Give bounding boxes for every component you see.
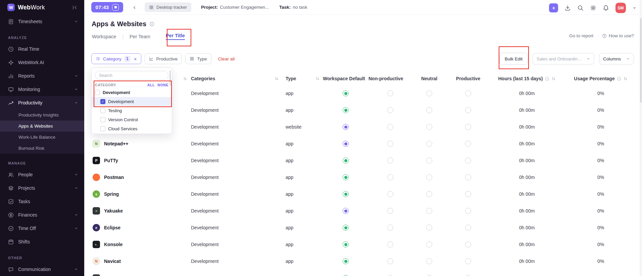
gear-icon[interactable] — [590, 5, 596, 11]
workspace-default-radio[interactable] — [343, 124, 349, 130]
stop-timer-button[interactable] — [112, 4, 119, 11]
non-productive-radio[interactable] — [387, 241, 393, 247]
category-option[interactable]: ✓Development — [92, 97, 172, 106]
neutral-radio[interactable] — [426, 157, 432, 164]
go-to-report-link[interactable]: Go to report — [569, 33, 593, 38]
non-productive-radio[interactable] — [387, 174, 393, 180]
select-all-link[interactable]: ALL — [147, 83, 155, 87]
sidebar-item-shifts[interactable]: Shifts — [0, 235, 84, 248]
sidebar-item-reports[interactable]: Reports — [0, 69, 84, 83]
info-icon[interactable] — [617, 77, 621, 81]
tab-workspace[interactable]: Workspace — [92, 34, 116, 39]
sidebar-item-time-off[interactable]: Time Off — [0, 222, 84, 235]
avatar[interactable]: SM — [615, 3, 626, 13]
non-productive-radio[interactable] — [387, 90, 393, 96]
neutral-radio[interactable] — [426, 107, 432, 113]
neutral-radio[interactable] — [426, 191, 432, 197]
chip-close-icon[interactable]: × — [134, 56, 137, 62]
neutral-radio[interactable] — [426, 90, 432, 96]
neutral-radio[interactable] — [426, 124, 432, 130]
window-scrollbar[interactable] — [640, 0, 642, 276]
workspace-default-radio[interactable] — [343, 225, 349, 231]
project-value[interactable]: Customer Engagemen... — [220, 5, 269, 10]
workspace-default-radio[interactable] — [343, 157, 349, 164]
bulk-edit-button[interactable]: Bulk Edit — [499, 53, 528, 65]
non-productive-radio[interactable] — [387, 124, 393, 130]
bell-icon[interactable] — [603, 5, 609, 11]
non-productive-radio[interactable] — [387, 107, 393, 113]
sidebar-item-productivity-insights[interactable]: Productivity Insights — [0, 109, 84, 121]
sort-icon[interactable] — [551, 77, 556, 81]
non-productive-radio[interactable] — [387, 208, 393, 214]
sort-icon[interactable] — [623, 77, 628, 81]
checkbox-icon[interactable] — [100, 126, 105, 131]
productive-radio[interactable] — [465, 107, 471, 113]
workspace-default-radio[interactable] — [343, 174, 349, 180]
info-icon[interactable] — [545, 77, 549, 81]
select-none-link[interactable]: NONE — [157, 83, 168, 87]
category-option[interactable]: Testing — [92, 106, 172, 115]
non-productive-radio[interactable] — [387, 191, 393, 197]
type-filter-chip[interactable]: Type — [185, 53, 211, 64]
dropdown-search-input[interactable] — [95, 71, 168, 80]
productive-radio[interactable] — [465, 141, 471, 147]
neutral-radio[interactable] — [426, 141, 432, 147]
tab-per-title[interactable]: Per Title — [166, 33, 185, 40]
task-value[interactable]: no task — [293, 5, 307, 10]
sidebar-item-finances[interactable]: Finances — [0, 208, 84, 222]
neutral-radio[interactable] — [426, 258, 432, 264]
download-icon[interactable] — [564, 5, 571, 11]
sidebar-item-apps-websites[interactable]: Apps & Websites — [0, 121, 84, 132]
sort-icon[interactable] — [183, 77, 187, 81]
productive-radio[interactable] — [465, 124, 471, 130]
sidebar-item-people[interactable]: People — [0, 168, 84, 181]
category-option[interactable]: Version Control — [92, 115, 172, 124]
category-option[interactable]: Cloud Services — [92, 124, 172, 133]
info-icon[interactable] — [149, 21, 154, 27]
sort-icon[interactable] — [315, 77, 320, 81]
non-productive-radio[interactable] — [387, 141, 393, 147]
neutral-radio[interactable] — [426, 174, 432, 180]
sidebar-item-tasks[interactable]: Tasks — [0, 195, 84, 208]
sidebar-item-work-life-balance[interactable]: Work-Life Balance — [0, 132, 84, 143]
workspace-default-radio[interactable] — [343, 241, 349, 247]
productive-filter-chip[interactable]: Productive — [145, 53, 182, 64]
productive-radio[interactable] — [465, 157, 471, 164]
checkbox-icon[interactable] — [100, 108, 105, 113]
sidebar-item-productivity[interactable]: Productivity — [0, 96, 84, 109]
sidebar-item-communication[interactable]: Communication — [0, 263, 84, 276]
columns-select[interactable]: Columns — [599, 53, 634, 64]
sidebar-item-monitoring[interactable]: Monitoring — [0, 83, 84, 96]
productive-radio[interactable] — [465, 174, 471, 180]
productive-radio[interactable] — [465, 241, 471, 247]
sidebar-item-projects[interactable]: Projects — [0, 181, 84, 195]
category-option[interactable]: Development — [92, 88, 172, 97]
productive-radio[interactable] — [465, 191, 471, 197]
team-select[interactable]: Sales and Onboarding... — [533, 53, 594, 64]
desktop-tracker-chip[interactable]: Desktop tracker — [145, 2, 191, 12]
collapse-sidebar-icon[interactable] — [72, 5, 78, 10]
sidebar-item-webwork-ai[interactable]: WebWork AI — [0, 56, 84, 69]
scrollbar-thumb[interactable] — [640, 18, 642, 103]
category-filter-chip[interactable]: Category 1 × — [91, 53, 141, 64]
how-to-use-link[interactable]: How to use? — [602, 33, 634, 38]
non-productive-radio[interactable] — [387, 258, 393, 264]
clear-all-link[interactable]: Clear all — [218, 56, 235, 61]
sort-icon[interactable] — [275, 77, 279, 81]
productive-radio[interactable] — [465, 208, 471, 214]
neutral-radio[interactable] — [426, 208, 432, 214]
timer-pill[interactable]: 07:43 — [91, 2, 123, 12]
neutral-radio[interactable] — [426, 241, 432, 247]
chevron-left-icon[interactable] — [132, 5, 137, 10]
workspace-default-radio[interactable] — [343, 208, 349, 214]
chevron-down-icon[interactable] — [632, 6, 637, 10]
productive-radio[interactable] — [465, 225, 471, 231]
search-icon[interactable] — [577, 5, 584, 11]
add-button[interactable] — [549, 3, 558, 12]
checkbox-icon[interactable] — [95, 90, 100, 95]
workspace-default-radio[interactable] — [343, 107, 349, 113]
workspace-default-radio[interactable] — [343, 258, 349, 264]
productive-radio[interactable] — [465, 90, 471, 96]
non-productive-radio[interactable] — [387, 225, 393, 231]
dropdown-scrollbar[interactable] — [169, 71, 171, 86]
